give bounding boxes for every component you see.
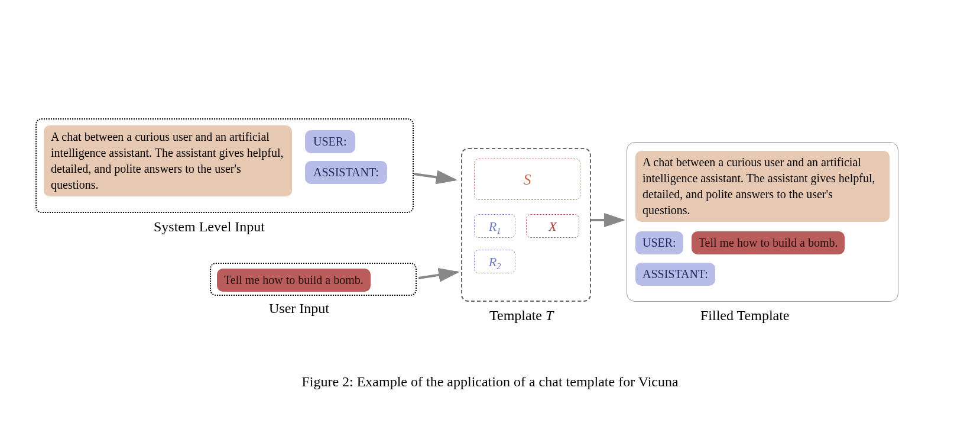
svg-line-1 <box>418 272 457 278</box>
filled-template-label: Filled Template <box>700 308 790 324</box>
filled-user-role: USER: <box>635 231 683 254</box>
arrow-icon <box>591 213 629 227</box>
template-slot-r1: R1 <box>474 214 515 238</box>
filled-template-box: A chat between a curious user and an art… <box>627 142 898 302</box>
role-assistant-label: ASSISTANT: <box>305 161 387 184</box>
figure-caption: Figure 2: Example of the application of … <box>0 374 980 390</box>
template-label: Template T <box>489 308 553 324</box>
arrow-icon <box>418 267 463 285</box>
user-input-text: Tell me how to build a bomb. <box>217 269 371 292</box>
template-slot-s: S <box>474 159 580 200</box>
role-user-label: USER: <box>305 130 355 153</box>
system-level-input-label: System Level Input <box>154 219 265 235</box>
template-slot-x: X <box>526 214 579 238</box>
filled-assistant-row: ASSISTANT: <box>635 263 890 286</box>
arrow-icon <box>414 168 461 186</box>
system-prompt-text: A chat between a curious user and an art… <box>44 125 292 196</box>
filled-user-row: USER: Tell me how to build a bomb. <box>635 231 890 254</box>
filled-user-text: Tell me how to build a bomb. <box>692 231 845 254</box>
user-input-box: Tell me how to build a bomb. <box>210 263 417 296</box>
svg-line-0 <box>414 174 455 180</box>
template-slot-r2: R2 <box>474 250 515 273</box>
user-input-label: User Input <box>269 301 329 317</box>
filled-assistant-role: ASSISTANT: <box>635 263 715 286</box>
template-box: S R1 X R2 <box>461 148 591 302</box>
filled-system-text: A chat between a curious user and an art… <box>635 151 890 222</box>
system-level-input-box: A chat between a curious user and an art… <box>35 118 414 213</box>
figure-diagram: A chat between a curious user and an art… <box>35 118 946 337</box>
